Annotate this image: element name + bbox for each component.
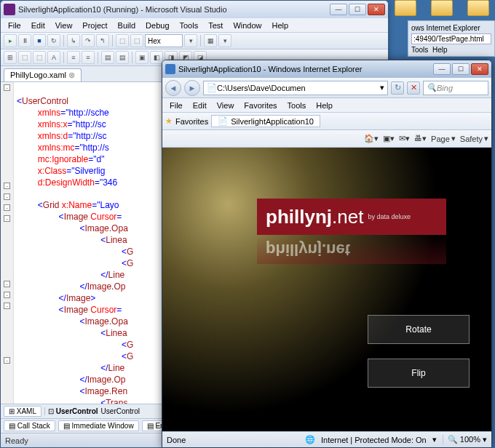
menu-tools[interactable]: Tools (283, 100, 311, 111)
menu-help[interactable]: Help (268, 20, 293, 31)
safety-menu[interactable]: Safety▾ (460, 134, 488, 143)
mail-button[interactable]: ✉▾ (399, 134, 410, 143)
close-button[interactable]: ✕ (471, 63, 488, 75)
toolbar-button[interactable]: ▦ (204, 34, 217, 47)
forward-button[interactable]: ► (184, 80, 200, 96)
breadcrumb-item[interactable]: UserControl (56, 407, 98, 415)
star-icon[interactable]: ★ (165, 116, 173, 126)
ie-menubar: File Edit View Favorites Tools Help (162, 98, 491, 113)
menu-file[interactable]: File (165, 100, 187, 111)
hex-toggle[interactable]: Hex (145, 34, 183, 47)
menu-favorites[interactable]: Favorites (239, 100, 281, 111)
menu-view[interactable]: View (213, 100, 239, 111)
status-text: Ready (5, 436, 28, 445)
step-into-icon[interactable]: ↳ (67, 34, 80, 47)
phillynj-logo: phillynj.net by data deluxe (257, 199, 446, 235)
menu-file[interactable]: File (4, 20, 25, 31)
logo-reflection: phillynj.net (257, 235, 446, 264)
menu-project[interactable]: Project (78, 20, 111, 31)
flip-button[interactable]: Flip (368, 359, 470, 388)
search-input[interactable]: 🔍 Bing (423, 81, 488, 95)
unpin-icon[interactable]: ⊗ (68, 71, 75, 79)
ie-titlebar[interactable]: SilverlightApplication10 - Windows Inter… (162, 60, 491, 78)
refresh-button[interactable]: ↻ (391, 81, 404, 95)
zoom-control[interactable]: 🔍 100% ▾ (443, 435, 487, 444)
fold-icon[interactable]: - (4, 84, 10, 91)
maximize-button[interactable]: ☐ (349, 4, 366, 15)
maximize-button[interactable]: ☐ (452, 63, 470, 75)
menu-edit[interactable]: Edit (189, 100, 211, 111)
print-button[interactable]: 🖶▾ (414, 134, 427, 143)
step-out-icon[interactable]: ↰ (96, 34, 109, 47)
menu-view[interactable]: View (51, 20, 77, 31)
rotate-button[interactable]: Rotate (368, 315, 470, 344)
close-button[interactable]: ✕ (368, 4, 385, 15)
favorites-button[interactable]: Favorites (175, 117, 208, 126)
address-bar[interactable]: 📄 C:\Users\Dave\Documen▾ (203, 81, 388, 95)
pause-icon[interactable]: ⏸ (18, 34, 31, 47)
xaml-tab[interactable]: ⊞ XAML (4, 406, 41, 417)
page-menu[interactable]: Page▾ (431, 134, 456, 143)
editor-gutter: - - - - - - - - - (1, 82, 14, 404)
comment-icon[interactable]: ▤ (101, 51, 114, 64)
fold-icon[interactable]: - (4, 183, 10, 189)
menu-window[interactable]: Window (229, 20, 266, 31)
security-zone: Internet | Protected Mode: On (321, 436, 427, 444)
menu-tools[interactable]: Tools (175, 20, 203, 31)
toolbar-button[interactable]: ⬚ (130, 34, 143, 47)
step-over-icon[interactable]: ↷ (82, 34, 95, 47)
menu-edit[interactable]: Edit (27, 20, 50, 31)
fold-icon[interactable]: - (4, 357, 10, 364)
toolbar-button[interactable]: ⬚ (33, 51, 46, 64)
toolbar-button[interactable]: ⬚ (18, 51, 31, 64)
ie-favorites-bar: ★ Favorites 📄SilverlightApplication10 (162, 113, 491, 130)
fold-icon[interactable]: - (4, 193, 10, 200)
menu-build[interactable]: Build (114, 20, 140, 31)
fold-icon[interactable]: - (4, 215, 10, 222)
indent-less-icon[interactable]: ≡ (67, 51, 80, 64)
fold-icon[interactable]: - (4, 303, 10, 309)
fold-icon[interactable]: - (4, 281, 10, 287)
ie-statusbar: Done 🌐 Internet | Protected Mode: On ▾ 🔍… (162, 431, 491, 447)
fold-icon[interactable]: - (4, 292, 10, 298)
feeds-button[interactable]: ▣▾ (383, 134, 395, 143)
document-tab[interactable]: PhillyLogo.xaml ⊗ (4, 68, 82, 81)
stop-icon[interactable]: ■ (33, 34, 46, 47)
toolbar-button[interactable]: A (47, 51, 60, 64)
restart-icon[interactable]: ↻ (47, 34, 60, 47)
toolbar-button[interactable]: ⬚ (116, 34, 129, 47)
home-button[interactable]: 🏠▾ (364, 134, 379, 143)
vs-titlebar[interactable]: SilverlightApplication10 (Running) - Mic… (1, 1, 388, 18)
toolbar-button[interactable]: ⊞ (4, 51, 17, 64)
vs-app-icon (4, 4, 15, 15)
menu-help[interactable]: Help (312, 100, 337, 111)
toolbar-button[interactable]: ▾ (218, 34, 231, 47)
immediate-window-tab[interactable]: ▤ Immediate Window (58, 420, 139, 431)
minimize-button[interactable]: — (330, 4, 347, 15)
ie-app-icon (165, 64, 175, 74)
indent-more-icon[interactable]: ≡ (82, 51, 95, 64)
protected-mode-icon[interactable]: ▾ (432, 435, 437, 444)
browser-tab[interactable]: 📄SilverlightApplication10 (211, 115, 320, 127)
vs-title: SilverlightApplication10 (Running) - Mic… (18, 5, 330, 14)
bookmark-icon[interactable]: ▣ (135, 51, 148, 64)
ie-navbar: ◄ ► 📄 C:\Users\Dave\Documen▾ ↻ ✕ 🔍 Bing (162, 78, 491, 98)
vs-menubar: File Edit View Project Build Debug Tools… (1, 18, 388, 33)
toolbar-button[interactable]: ▾ (184, 34, 197, 47)
ie-window: SilverlightApplication10 - Windows Inter… (162, 60, 492, 448)
callstack-tab[interactable]: ▤ Call Stack (4, 420, 55, 431)
ie-command-bar: 🏠▾ ▣▾ ✉▾ 🖶▾ Page▾ Safety▾ (162, 130, 491, 148)
vs-toolbar-debug: ▸ ⏸ ■ ↻ ↳ ↷ ↰ ⬚ ⬚ Hex ▾ ▦ ▾ (1, 33, 388, 49)
breadcrumb-item[interactable]: UserControl (101, 407, 140, 415)
minimize-button[interactable]: — (433, 63, 451, 75)
back-button[interactable]: ◄ (165, 80, 181, 96)
ie-title: SilverlightApplication10 - Windows Inter… (178, 65, 433, 73)
uncomment-icon[interactable]: ▤ (116, 51, 129, 64)
globe-icon: 🌐 (305, 435, 315, 444)
stop-button[interactable]: ✕ (407, 81, 420, 95)
continue-icon[interactable]: ▸ (4, 34, 17, 47)
background-ie-fragment: ows Internet Explorer :49490/TestPage.ht… (408, 20, 495, 57)
menu-debug[interactable]: Debug (141, 20, 173, 31)
fold-icon[interactable]: - (4, 204, 10, 211)
menu-test[interactable]: Test (204, 20, 227, 31)
